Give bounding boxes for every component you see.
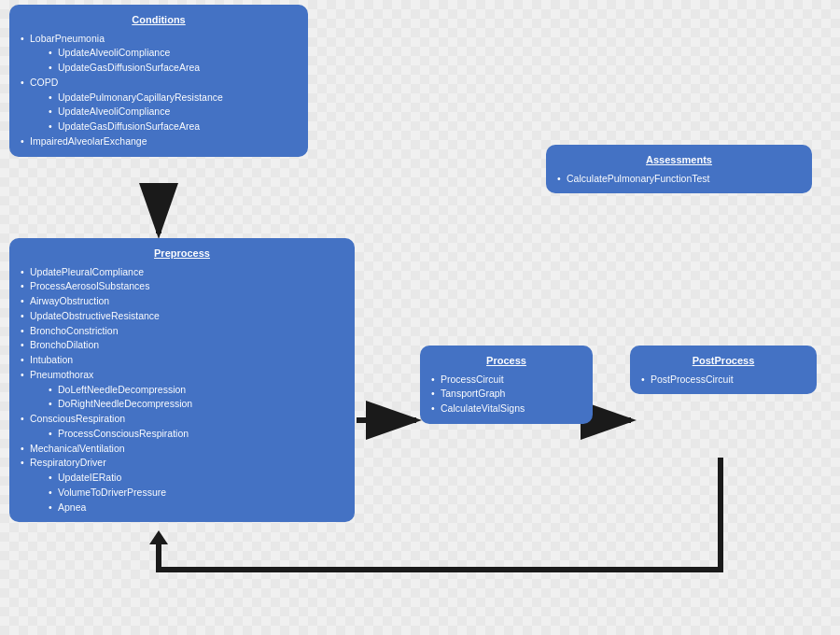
- list-item: UpdateGasDiffusionSurfaceArea: [47, 61, 299, 76]
- list-item: UpdateAlveoliCompliance: [47, 46, 299, 61]
- list-item: MechanicalVentilation: [19, 442, 345, 457]
- list-item: BronchoDilation: [19, 338, 345, 353]
- list-item: TansportGraph: [429, 387, 583, 402]
- list-item: CalculateVitalSigns: [429, 402, 583, 416]
- list-item: ImpairedAlveolarExchange: [19, 134, 299, 149]
- list-item: UpdatePleuralCompliance: [19, 265, 345, 280]
- conditions-box: Conditions LobarPneumonia UpdateAlveoliC…: [9, 5, 308, 157]
- preprocess-list: UpdatePleuralCompliance ProcessAerosolSu…: [19, 265, 345, 515]
- list-item: UpdatePulmonaryCapillaryResistance: [47, 91, 299, 106]
- list-item: UpdateAlveoliCompliance: [47, 105, 299, 120]
- assessments-title: Assessments: [555, 152, 803, 168]
- process-list: ProcessCircuit TansportGraph CalculateVi…: [429, 373, 583, 416]
- preprocess-box: Preprocess UpdatePleuralCompliance Proce…: [9, 238, 355, 522]
- list-item: AirwayObstruction: [19, 294, 345, 309]
- list-item: BronchoConstriction: [19, 324, 345, 339]
- list-item: ProcessConsciousRespiration: [47, 427, 345, 442]
- list-item: PostProcessCircuit: [639, 373, 807, 388]
- assessments-list: CalculatePulmonaryFunctionTest: [555, 172, 803, 187]
- list-item: Apnea: [47, 501, 345, 515]
- list-item: LobarPneumonia UpdateAlveoliCompliance U…: [19, 32, 299, 76]
- list-item: ProcessCircuit: [429, 373, 583, 388]
- list-item: VolumeToDriverPressure: [47, 486, 345, 501]
- list-item: ProcessAerosolSubstances: [19, 279, 345, 294]
- process-title: Process: [429, 353, 583, 369]
- postprocess-title: PostProcess: [639, 353, 807, 369]
- list-item: DoLeftNeedleDecompression: [47, 383, 345, 398]
- list-item: UpdateIERatio: [47, 471, 345, 486]
- diagram-container: Conditions LobarPneumonia UpdateAlveoliC…: [0, 0, 840, 635]
- list-item: Intubation: [19, 353, 345, 368]
- list-item: COPD UpdatePulmonaryCapillaryResistance …: [19, 76, 299, 134]
- conditions-list: LobarPneumonia UpdateAlveoliCompliance U…: [19, 32, 299, 149]
- list-item: RespiratoryDriver UpdateIERatio VolumeTo…: [19, 456, 345, 515]
- svg-marker-5: [149, 530, 168, 544]
- list-item: DoRightNeedleDecompression: [47, 397, 345, 412]
- assessments-box: Assessments CalculatePulmonaryFunctionTe…: [546, 145, 812, 193]
- process-box: Process ProcessCircuit TansportGraph Cal…: [420, 346, 593, 424]
- list-item: Pneumothorax DoLeftNeedleDecompression D…: [19, 368, 345, 412]
- preprocess-title: Preprocess: [19, 246, 345, 261]
- postprocess-box: PostProcess PostProcessCircuit: [630, 346, 817, 394]
- postprocess-list: PostProcessCircuit: [639, 373, 807, 388]
- list-item: UpdateObstructiveResistance: [19, 309, 345, 324]
- conditions-title: Conditions: [19, 12, 299, 28]
- list-item: ConsciousRespiration ProcessConsciousRes…: [19, 412, 345, 442]
- list-item: CalculatePulmonaryFunctionTest: [555, 172, 803, 187]
- list-item: UpdateGasDiffusionSurfaceArea: [47, 120, 299, 134]
